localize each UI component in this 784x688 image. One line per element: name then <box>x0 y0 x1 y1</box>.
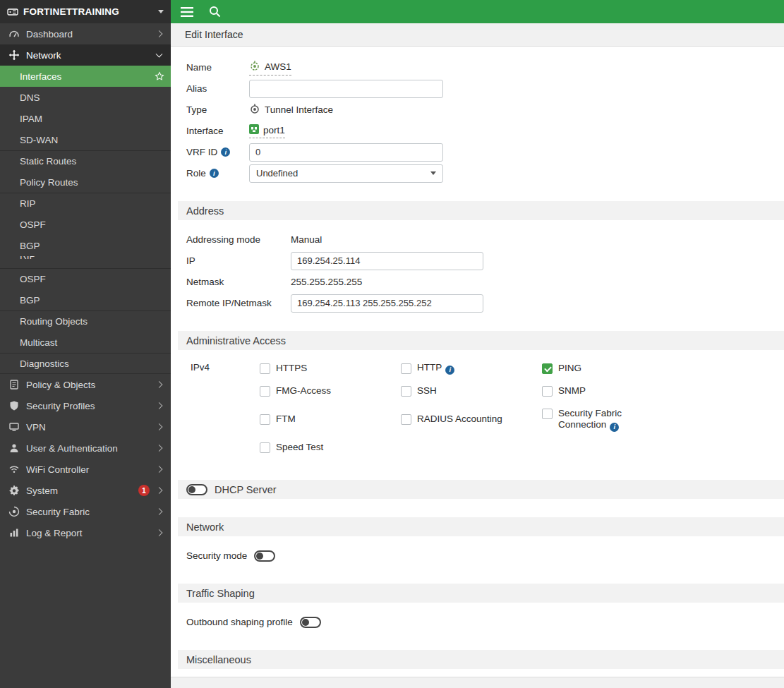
sidebar-item-system[interactable]: System 1 <box>0 480 171 501</box>
checkbox-box[interactable] <box>401 386 411 397</box>
interface-name-editable[interactable]: AWS1 <box>249 60 291 76</box>
info-icon[interactable]: i <box>610 423 619 432</box>
checkbox-ssh[interactable]: SSH <box>401 382 542 399</box>
top-bar <box>171 0 784 23</box>
sidebar-item-label: Dashboard <box>26 29 73 40</box>
sidebar-item-security-fabric[interactable]: Security Fabric <box>0 501 171 522</box>
sidebar-item-dns[interactable]: DNS <box>0 87 171 108</box>
checkbox-box[interactable] <box>542 386 553 397</box>
chevron-right-icon <box>156 529 163 536</box>
section-dhcp-server: DHCP Server <box>178 480 784 499</box>
checkbox-box[interactable] <box>401 363 411 374</box>
alias-input[interactable] <box>249 80 443 98</box>
checkbox-https[interactable]: HTTPS <box>260 360 401 377</box>
gauge-icon <box>8 28 20 40</box>
sidebar-item-log-report[interactable]: Log & Report <box>0 522 171 543</box>
chevron-right-icon <box>156 445 163 452</box>
checkbox-box[interactable] <box>260 414 270 425</box>
sidebar-item-bgp[interactable]: BGP <box>0 235 171 256</box>
sidebar-item-vpn[interactable]: VPN <box>0 416 171 437</box>
tunnel-interface-icon <box>249 103 260 116</box>
chevron-right-icon <box>156 423 163 430</box>
info-icon[interactable]: i <box>221 147 230 157</box>
checkbox-box[interactable] <box>260 442 270 453</box>
sidebar-item-routing-objects[interactable]: Routing Objects <box>0 310 171 332</box>
sidebar-item-rip-clipped[interactable]: RIP <box>0 256 171 268</box>
port-icon <box>249 124 259 136</box>
remote-ip-input[interactable] <box>291 294 483 313</box>
checkbox-security-fabric-connection[interactable]: Security Fabric Connectioni <box>542 408 697 432</box>
app-root: FORTINETTRAINING Dashboard Network Inter… <box>0 0 784 688</box>
outbound-shaping-toggle[interactable] <box>300 617 321 628</box>
sidebar-item-interfaces[interactable]: Interfaces <box>0 66 171 87</box>
role-label: Role i <box>186 168 249 179</box>
vrf-id-input[interactable] <box>249 143 443 162</box>
checkbox-radius-accounting[interactable]: RADIUS Accounting <box>401 411 542 428</box>
sidebar-item-rip[interactable]: RIP <box>0 193 171 214</box>
sidebar-item-dashboard[interactable]: Dashboard <box>0 23 171 44</box>
tunnel-interface-icon <box>249 60 260 73</box>
name-label: Name <box>186 62 249 73</box>
checkbox-box[interactable] <box>260 386 270 397</box>
security-mode-toggle[interactable] <box>254 550 275 562</box>
checkbox-box[interactable] <box>401 414 411 425</box>
section-address: Address <box>178 201 784 220</box>
fortigate-logo-icon <box>7 6 18 18</box>
chevron-right-icon <box>156 508 163 515</box>
outbound-shaping-label: Outbound shaping profile <box>186 617 293 627</box>
vrf-label: VRF ID i <box>186 147 249 157</box>
sidebar-item-ipam[interactable]: IPAM <box>0 108 171 129</box>
info-icon[interactable]: i <box>445 366 454 375</box>
sidebar-item-network[interactable]: Network <box>0 44 171 66</box>
sidebar-item-diagnostics[interactable]: Diagnostics <box>0 353 171 374</box>
monitor-icon <box>8 421 20 433</box>
ipv4-label: IPv4 <box>191 360 260 461</box>
star-icon[interactable] <box>155 71 164 81</box>
chevron-right-icon <box>156 30 163 37</box>
logo-text: FORTINETTRAINING <box>23 6 119 17</box>
sidebar-item-multicast[interactable]: Multicast <box>0 332 171 353</box>
sidebar-item-wifi-controller[interactable]: WiFi Controller <box>0 459 171 480</box>
checkbox-speed-test[interactable]: Speed Test <box>260 439 401 456</box>
sidebar-item-bgp-2[interactable]: BGP <box>0 289 171 310</box>
shield-icon <box>8 400 20 411</box>
caret-down-icon[interactable] <box>158 10 164 13</box>
parent-interface-editable[interactable]: port1 <box>249 124 285 138</box>
sidebar-item-static-routes[interactable]: Static Routes <box>0 150 171 171</box>
sidebar-item-user-authentication[interactable]: User & Authentication <box>0 437 171 459</box>
sidebar-item-ospf-2[interactable]: OSPF <box>0 268 171 289</box>
sidebar-item-policy-objects[interactable]: Policy & Objects <box>0 374 171 395</box>
checkbox-box[interactable] <box>542 363 553 374</box>
role-select[interactable]: Undefined <box>249 164 443 183</box>
sidebar-item-security-profiles[interactable]: Security Profiles <box>0 395 171 416</box>
checkbox-http[interactable]: HTTPi <box>401 360 542 377</box>
checkbox-box[interactable] <box>542 409 553 419</box>
bottom-strip <box>171 677 784 688</box>
edit-interface-form: Name AWS1 Alias Type Tunnel Interface In… <box>178 58 784 688</box>
info-icon[interactable]: i <box>210 169 219 178</box>
sidebar-item-label: Network <box>26 50 61 61</box>
page-title: Edit Interface <box>185 29 243 40</box>
dhcp-server-toggle[interactable] <box>186 484 207 495</box>
checkbox-ftm[interactable]: FTM <box>260 411 401 428</box>
chevron-down-icon <box>430 171 436 175</box>
checkbox-ping[interactable]: PING <box>542 360 697 377</box>
hamburger-menu-icon[interactable] <box>181 7 193 17</box>
sidebar-item-sdwan[interactable]: SD-WAN <box>0 129 171 150</box>
checkbox-fmg-access[interactable]: FMG-Access <box>260 382 401 399</box>
section-traffic-shaping: Traffic Shaping <box>178 584 784 603</box>
main-content: Name AWS1 Alias Type Tunnel Interface In… <box>171 47 784 688</box>
chevron-right-icon <box>156 487 163 494</box>
system-alert-badge: 1 <box>138 485 150 496</box>
checkbox-snmp[interactable]: SNMP <box>542 382 697 399</box>
sidebar-item-policy-routes[interactable]: Policy Routes <box>0 171 171 193</box>
sidebar-item-ospf[interactable]: OSPF <box>0 214 171 235</box>
ip-input[interactable] <box>291 252 483 270</box>
chevron-right-icon <box>156 381 163 388</box>
logo-header[interactable]: FORTINETTRAINING <box>0 0 171 23</box>
search-icon[interactable] <box>209 6 221 18</box>
user-icon <box>8 442 20 454</box>
dhcp-server-label: DHCP Server <box>215 484 277 495</box>
checkbox-box[interactable] <box>260 363 270 374</box>
type-value: Tunnel Interface <box>249 103 333 116</box>
